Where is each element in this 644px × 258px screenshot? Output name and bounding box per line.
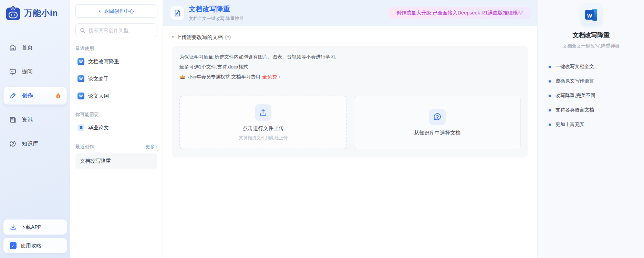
word-app-icon: W [581,5,601,25]
main-body: * 上传需要改写的文档 ? 为保证学习质量,所选文件内如包含有图片、图表、音视频… [163,26,537,166]
nav-item-label: 首页 [22,44,33,51]
feature-item: 支持各类语言文档 [549,107,637,113]
knowledge-base-icon [9,140,17,148]
nav-item-knowledge[interactable]: 知识库 [3,135,67,153]
upload-form-label: 上传需要改写的文档 [176,34,223,41]
search-input[interactable] [89,28,153,33]
word-file-icon: W [77,75,84,82]
upload-form-label-row: * 上传需要改写的文档 ? [172,34,528,41]
bullet-dot [549,66,551,68]
download-icon [10,224,17,230]
chevron-left-icon: ‹ [99,8,101,14]
main-content: 文档改写降重 文档全文一键改写,降重神器 创作质量大升级,已全面接入Deepse… [163,0,537,258]
sidebar-item-paper-assistant[interactable]: W 论文助手 [75,72,157,86]
upload-icon [255,104,271,121]
search-box[interactable] [75,23,157,37]
sidebar-item-label: 文档改写降重 [88,58,119,65]
section-title-you-may-need: 你可能需要 [75,111,157,118]
chat-icon [9,68,17,75]
chevron-right-icon: › [279,72,281,82]
nav-item-ask[interactable]: 提问 [3,63,67,80]
crown-icon [179,74,186,79]
main-header-titles: 文档改写降重 文档全文一键改写,降重神器 [189,4,244,22]
deepseek-announcement-badge: 创作质量大升级,已全面接入Deepseek R1满血版推理模型 [388,7,531,19]
nav-item-news[interactable]: 资讯 [3,111,67,129]
more-link[interactable]: 更多 › [146,144,158,150]
word-file-icon: W [77,93,84,99]
feature-item: 遵循原文写作语言 [549,78,637,84]
feature-label: 遵循原文写作语言 [555,78,594,84]
section-title-recent-creation: 最近创作 [75,144,94,150]
upload-panel: 为保证学习质量,所选文件内如包含有图片、图表、音视频等不会进行学习; 最多可选1… [172,46,528,158]
nav-item-label: 资讯 [22,116,33,123]
doc-pencil-icon [170,6,184,20]
feature-panel: W 文档改写降重 文档全文一键改写,降重神器 一键改写文档全文 遵循原文写作语言… [537,0,644,258]
sidebar-item-label: 论文助手 [88,76,109,82]
main-header: 文档改写降重 文档全文一键改写,降重神器 创作质量大升级,已全面接入Deepse… [163,0,537,26]
brand-name: 万能小in [24,8,58,19]
graduation-cap-icon [77,124,84,131]
feature-item: 一键改写文档全文 [549,64,637,70]
bullet-dot [549,109,551,111]
download-app-label: 下载APP [21,224,41,230]
page-title: 文档改写降重 [189,4,244,14]
robot-logo-icon: in [6,6,21,21]
file-upload-dropzone[interactable]: 点击进行文件上传 支持拖拽文件到此处上传 [179,96,347,149]
more-label: 更多 [146,144,155,150]
flame-icon [55,92,61,99]
vip-benefit-line[interactable]: 小in年会员专属权益:文档学习费用全免费 › [179,72,521,82]
sidebar-item-graduation-thesis[interactable]: 毕业论文 [75,120,157,135]
vip-benefit-text: 小in年会员专属权益:文档学习费用 [188,72,260,82]
upload-box-hint: 支持拖拽文件到此处上传 [239,135,288,141]
feature-label: 支持各类语言文档 [555,107,594,113]
feature-label: 一键改写文档全文 [555,64,594,70]
sidebar-item-label: 论文大纲 [88,93,109,99]
feature-label: 更加丰富充实 [555,121,584,128]
sidebar-item-doc-rewrite[interactable]: W 文档改写降重 [75,54,157,69]
user-guide-button[interactable]: ✓ 使用攻略 [3,238,67,253]
pen-icon [9,92,17,99]
back-button-label: 返回创作中心 [104,8,134,14]
nav-item-label: 创作 [22,92,33,99]
svg-text:W: W [587,13,592,19]
sidebar-item-paper-outline[interactable]: W 论文大纲 [75,89,157,103]
notice-line-2: 最多可选1个文件,支持.docx格式 [179,62,521,72]
primary-sidebar: in 万能小in 首页 [0,0,70,258]
sidebar-item-label: 毕业论文 [88,125,109,131]
knowledge-base-icon [429,109,446,125]
upload-box-title: 点击进行文件上传 [242,125,284,132]
back-to-creation-center-button[interactable]: ‹ 返回创作中心 [75,4,157,18]
nav-item-label: 提问 [22,68,33,75]
search-icon [80,28,85,33]
bullet-dot [549,95,551,97]
feature-item: 更加丰富充实 [549,121,637,128]
recent-item-label: 文档改写降重 [80,158,111,164]
creation-sidebar: ‹ 返回创作中心 最近使用 W 文档改写降重 W 论文助手 W 论文大纲 你可能… [70,0,163,258]
recent-creation-header: 最近创作 更多 › [75,144,157,150]
app-root: in 万能小in 首页 [0,0,644,258]
nav-item-home[interactable]: 首页 [3,39,67,56]
download-app-button[interactable]: 下载APP [3,219,67,235]
required-asterisk: * [172,34,174,40]
kb-box-title: 从知识库中选择文档 [414,130,460,136]
feature-item: 改写降重,完美不同 [549,93,637,99]
news-icon [9,116,17,123]
user-guide-label: 使用攻略 [21,243,41,249]
guide-check-icon: ✓ [10,242,17,249]
chevron-right-icon: › [156,144,158,150]
notice-line-1: 为保证学习质量,所选文件内如包含有图片、图表、音视频等不会进行学习; [179,52,521,62]
recent-creation-item[interactable]: 文档改写降重 [75,153,157,169]
page-subtitle: 文档全文一键改写,降重神器 [189,15,244,22]
feature-list: 一键改写文档全文 遵循原文写作语言 改写降重,完美不同 支持各类语言文档 更加丰… [545,64,637,136]
primary-nav: 首页 提问 [3,39,67,153]
word-file-icon: W [77,58,84,65]
svg-text:in: in [12,7,14,9]
nav-item-create[interactable]: 创作 [3,87,67,105]
bullet-dot [549,80,551,83]
brand[interactable]: in 万能小in [3,4,67,21]
knowledge-base-select-button[interactable]: 从知识库中选择文档 [354,96,521,149]
nav-item-label: 知识库 [22,140,38,148]
vip-free-highlight: 全免费 [262,72,277,82]
feature-panel-title: 文档改写降重 [573,31,610,39]
help-icon[interactable]: ? [225,35,231,40]
